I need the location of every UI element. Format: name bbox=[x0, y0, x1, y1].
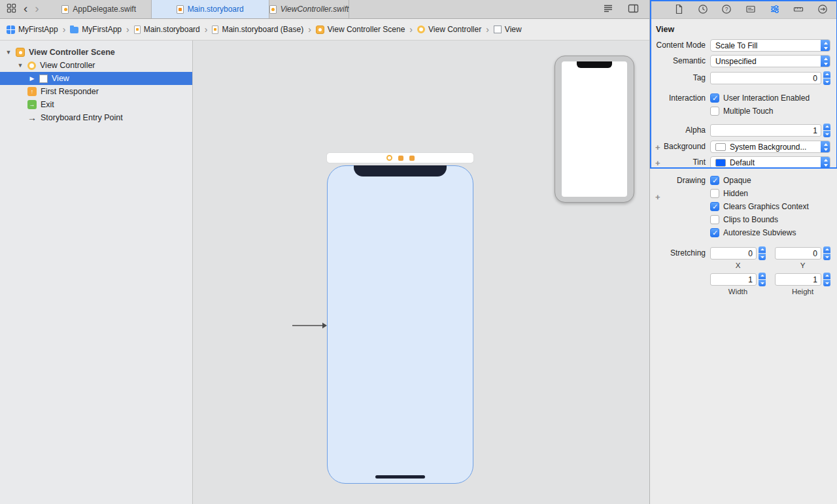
view-controller-icon[interactable] bbox=[386, 155, 392, 161]
height-label: Height bbox=[775, 288, 830, 295]
user-interaction-checkbox-row[interactable]: User Interaction Enabled bbox=[710, 93, 830, 103]
opaque-checkbox-row[interactable]: Opaque bbox=[710, 176, 830, 185]
exit-icon[interactable] bbox=[409, 156, 415, 161]
semantic-popup[interactable]: Unspecified bbox=[710, 55, 830, 67]
popup-value: System Background... bbox=[730, 143, 806, 152]
checkbox[interactable] bbox=[710, 215, 719, 224]
background-popup[interactable]: System Background... bbox=[710, 141, 830, 153]
alpha-stepper[interactable] bbox=[823, 124, 830, 137]
stretching-height-field[interactable]: 1 bbox=[775, 273, 821, 286]
breadcrumb-storyboard-base[interactable]: Main.storyboard (Base) bbox=[212, 25, 303, 34]
breadcrumb-label: View Controller bbox=[428, 25, 481, 34]
checkbox[interactable] bbox=[710, 189, 719, 198]
add-variation-button[interactable]: + bbox=[655, 158, 660, 168]
popup-arrows-icon bbox=[821, 156, 830, 169]
connections-inspector-icon[interactable] bbox=[817, 4, 828, 14]
view-controller-view[interactable] bbox=[327, 165, 473, 484]
tint-popup[interactable]: Default bbox=[710, 156, 830, 169]
disclosure-triangle-icon[interactable]: ▶ bbox=[29, 75, 35, 82]
tab-main-storyboard[interactable]: Main.storyboard bbox=[152, 0, 269, 18]
tab-appdelegate[interactable]: AppDelegate.swift bbox=[47, 0, 152, 18]
first-responder-icon: ↑ bbox=[27, 87, 37, 96]
content-mode-popup[interactable]: Scale To Fill bbox=[710, 39, 830, 52]
content-mode-row: Content Mode Scale To Fill bbox=[650, 39, 830, 52]
tag-field[interactable]: 0 bbox=[710, 72, 821, 84]
checkbox[interactable] bbox=[710, 228, 719, 237]
tab-viewcontroller[interactable]: ViewController.swift bbox=[269, 0, 350, 18]
editor-layout-icon[interactable] bbox=[628, 4, 639, 15]
stretching-width-stepper[interactable] bbox=[759, 273, 766, 286]
quick-help-icon[interactable]: ? bbox=[721, 4, 732, 14]
outline-row-scene[interactable]: ▼ View Controller Scene bbox=[0, 46, 192, 59]
autoresize-checkbox-row[interactable]: Autoresize Subviews bbox=[710, 228, 830, 237]
attributes-inspector: ? View Content Mode Scale To Fill bbox=[649, 0, 837, 504]
breadcrumb-label: MyFirstApp bbox=[82, 25, 122, 34]
xcode-window: ‹ › AppDelegate.swift Main.storyboard Vi… bbox=[0, 0, 837, 504]
breadcrumb-project[interactable]: MyFirstApp bbox=[7, 25, 58, 34]
size-inspector-icon[interactable] bbox=[793, 4, 804, 14]
first-responder-icon[interactable] bbox=[398, 156, 403, 161]
jump-bar: MyFirstApp MyFirstApp Main.storyboard Ma… bbox=[0, 19, 649, 41]
checkbox[interactable] bbox=[710, 93, 719, 103]
hidden-checkbox-row[interactable]: Hidden bbox=[710, 189, 830, 198]
checkbox[interactable] bbox=[710, 202, 719, 211]
add-variation-button[interactable]: + bbox=[655, 192, 660, 202]
multiple-touch-checkbox-row[interactable]: Multiple Touch bbox=[710, 107, 830, 116]
history-inspector-icon[interactable] bbox=[698, 4, 708, 14]
breadcrumb-separator bbox=[200, 24, 213, 35]
checkbox[interactable] bbox=[710, 107, 719, 116]
alpha-field[interactable]: 1 bbox=[710, 124, 821, 137]
back-icon[interactable]: ‹ bbox=[24, 2, 27, 14]
breadcrumb-label: MyFirstApp bbox=[18, 25, 58, 34]
stretching-y-stepper[interactable] bbox=[823, 246, 830, 260]
outline-label: Exit bbox=[41, 100, 54, 109]
outline-row-view[interactable]: ▶ View bbox=[0, 72, 192, 85]
clears-graphics-checkbox-row[interactable]: Clears Graphics Context bbox=[710, 202, 830, 211]
breadcrumb-separator bbox=[303, 24, 316, 35]
view-controller-header-bar[interactable] bbox=[327, 153, 473, 163]
storyboard-canvas[interactable] bbox=[193, 41, 649, 504]
file-inspector-icon[interactable] bbox=[674, 4, 684, 14]
breadcrumb-storyboard[interactable]: Main.storyboard bbox=[134, 25, 200, 34]
breadcrumb-scene[interactable]: View Controller Scene bbox=[316, 25, 405, 34]
stretching-x-stepper[interactable] bbox=[759, 246, 766, 260]
editor-area: ‹ › AppDelegate.swift Main.storyboard Vi… bbox=[0, 0, 649, 504]
popup-arrows-icon bbox=[821, 141, 830, 153]
stretching-height-stepper[interactable] bbox=[823, 273, 830, 286]
stretching-x-field[interactable]: 0 bbox=[710, 247, 757, 260]
view-icon bbox=[494, 25, 502, 33]
checkbox-label: Clips to Bounds bbox=[723, 215, 778, 224]
tab-overview-icon[interactable] bbox=[7, 3, 16, 15]
outline-label: View bbox=[52, 74, 69, 83]
disclosure-triangle-icon[interactable]: ▼ bbox=[5, 49, 12, 56]
folder-icon bbox=[70, 27, 78, 33]
clips-to-bounds-checkbox-row[interactable]: Clips to Bounds bbox=[710, 215, 830, 224]
assistant-lines-icon[interactable] bbox=[603, 4, 613, 15]
checkbox-label: User Interaction Enabled bbox=[723, 93, 810, 103]
storyboard-entry-point-arrow[interactable] bbox=[292, 321, 328, 332]
x-axis-label: X bbox=[710, 261, 766, 269]
disclosure-triangle-icon[interactable]: ▼ bbox=[17, 62, 24, 69]
breadcrumb-view[interactable]: View bbox=[494, 25, 522, 34]
document-outline: ▼ View Controller Scene ▼ View Controlle… bbox=[0, 41, 193, 504]
forward-icon[interactable]: › bbox=[35, 2, 39, 14]
breadcrumb-group[interactable]: MyFirstApp bbox=[70, 25, 122, 34]
stretching-y-field[interactable]: 0 bbox=[775, 247, 821, 260]
device-preview bbox=[555, 56, 634, 203]
stretching-width-field[interactable]: 1 bbox=[710, 273, 757, 286]
checkbox-label: Multiple Touch bbox=[723, 107, 774, 116]
outline-row-exit[interactable]: → Exit bbox=[0, 98, 192, 111]
breadcrumb-view-controller[interactable]: View Controller bbox=[417, 25, 481, 34]
outline-row-view-controller[interactable]: ▼ View Controller bbox=[0, 59, 192, 72]
identity-inspector-icon[interactable] bbox=[745, 4, 756, 14]
tag-stepper[interactable] bbox=[823, 71, 830, 85]
attributes-inspector-icon[interactable] bbox=[770, 4, 780, 14]
checkbox[interactable] bbox=[710, 176, 719, 185]
app-icon bbox=[7, 25, 15, 34]
tag-label: Tag bbox=[650, 72, 710, 84]
storyboard-file-icon bbox=[212, 25, 218, 34]
outline-row-first-responder[interactable]: ↑ First Responder bbox=[0, 85, 192, 98]
checkbox-label: Hidden bbox=[723, 189, 748, 198]
add-variation-button[interactable]: + bbox=[655, 143, 660, 152]
outline-row-entry-point[interactable]: → Storyboard Entry Point bbox=[0, 111, 192, 124]
